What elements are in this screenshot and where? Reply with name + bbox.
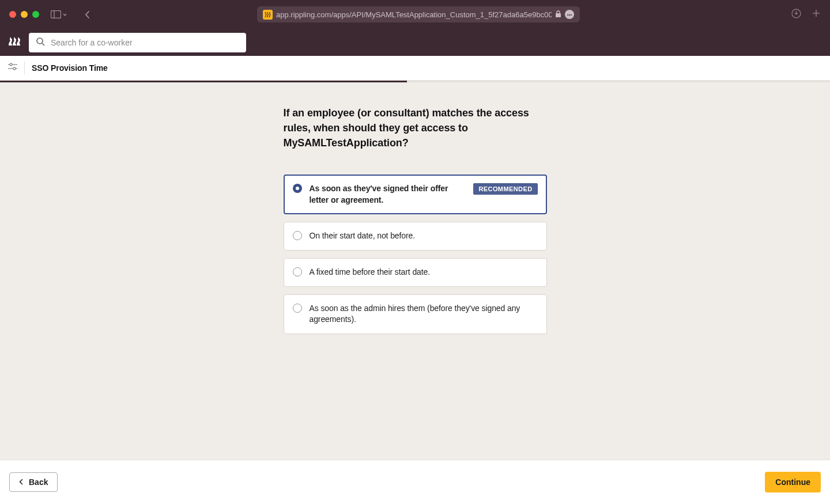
radio-icon bbox=[293, 267, 302, 276]
downloads-icon[interactable] bbox=[791, 9, 801, 21]
settings-flow-icon[interactable] bbox=[8, 63, 17, 73]
option-fixed-time[interactable]: A fixed time before their start date. bbox=[284, 258, 547, 287]
footer-bar: Back Continue bbox=[0, 460, 830, 504]
url-text: app.rippling.com/apps/API/MySAMLTestAppl… bbox=[276, 10, 552, 19]
window-controls bbox=[9, 11, 39, 18]
address-bar[interactable]: }}} app.rippling.com/apps/API/MySAMLTest… bbox=[257, 6, 580, 22]
option-start-date[interactable]: On their start date, not before. bbox=[284, 222, 547, 251]
option-label: As soon as they've signed their offer le… bbox=[310, 183, 469, 206]
back-nav-icon[interactable] bbox=[85, 10, 90, 19]
radio-icon bbox=[293, 184, 302, 193]
svg-rect-0 bbox=[51, 11, 61, 18]
svg-line-5 bbox=[42, 43, 44, 46]
recommended-badge: RECOMMENDED bbox=[473, 183, 537, 195]
continue-label: Continue bbox=[775, 478, 810, 487]
radio-icon bbox=[293, 231, 302, 240]
page-title: SSO Provision Time bbox=[32, 63, 108, 73]
svg-point-7 bbox=[10, 63, 12, 66]
maximize-window-button[interactable] bbox=[32, 11, 39, 18]
search-box[interactable] bbox=[29, 33, 246, 52]
browser-chrome: }}} app.rippling.com/apps/API/MySAMLTest… bbox=[0, 0, 830, 29]
option-admin-hires[interactable]: As soon as the admin hires them (before … bbox=[284, 294, 547, 334]
radio-icon bbox=[293, 304, 302, 313]
search-input[interactable] bbox=[51, 38, 239, 47]
divider bbox=[24, 62, 25, 74]
option-label: As soon as the admin hires them (before … bbox=[310, 303, 538, 325]
sub-header: SSO Provision Time bbox=[0, 56, 830, 81]
site-favicon-icon: }}} bbox=[263, 10, 273, 20]
chevron-left-icon bbox=[19, 478, 23, 487]
svg-rect-2 bbox=[556, 13, 561, 17]
minimize-window-button[interactable] bbox=[21, 11, 28, 18]
back-button[interactable]: Back bbox=[9, 472, 58, 492]
sidebar-toggle-icon[interactable] bbox=[51, 10, 67, 18]
back-label: Back bbox=[29, 478, 48, 487]
option-label: On their start date, not before. bbox=[310, 230, 538, 242]
app-header bbox=[0, 29, 830, 56]
reader-mode-icon[interactable]: ••• bbox=[565, 10, 574, 19]
question-heading: If an employee (or consultant) matches t… bbox=[284, 105, 547, 150]
svg-point-9 bbox=[13, 67, 16, 70]
option-label: A fixed time before their start date. bbox=[310, 267, 538, 278]
main-content: If an employee (or consultant) matches t… bbox=[0, 82, 830, 460]
lock-icon bbox=[555, 10, 561, 19]
continue-button[interactable]: Continue bbox=[765, 472, 821, 492]
search-icon bbox=[36, 37, 45, 48]
close-window-button[interactable] bbox=[9, 11, 16, 18]
rippling-logo-icon[interactable] bbox=[8, 36, 21, 49]
svg-point-4 bbox=[37, 38, 43, 44]
new-tab-icon[interactable] bbox=[812, 9, 821, 20]
options-group: As soon as they've signed their offer le… bbox=[284, 175, 547, 334]
option-signed-offer[interactable]: As soon as they've signed their offer le… bbox=[284, 175, 547, 214]
